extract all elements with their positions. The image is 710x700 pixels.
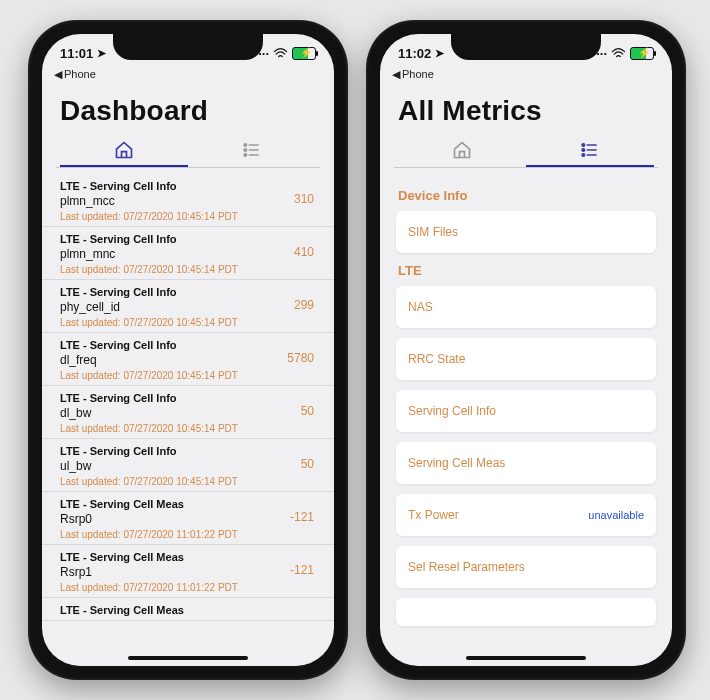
screen-dashboard: 11:01 ➤ ··· ⚡ ◀Phone Dashboard (42, 34, 334, 666)
row-value: 50 (301, 404, 314, 418)
list-item[interactable]: LTE - Serving Cell Info dl_freq Last upd… (42, 333, 334, 386)
metrics-card-serving-cell-info[interactable]: Serving Cell Info (396, 390, 656, 432)
breadcrumb[interactable]: ◀Phone (380, 68, 672, 83)
row-name: dl_bw (60, 406, 316, 420)
tab-bar (42, 133, 334, 167)
card-label: RRC State (408, 352, 465, 366)
breadcrumb-label: Phone (402, 68, 434, 80)
svg-point-6 (582, 144, 585, 147)
card-label: SIM Files (408, 225, 458, 239)
row-updated: Last updated: 07/27/2020 10:45:14 PDT (60, 370, 316, 381)
row-updated: Last updated: 07/27/2020 10:45:14 PDT (60, 264, 316, 275)
wifi-icon (273, 48, 288, 59)
status-time: 11:01 (60, 46, 93, 61)
location-arrow-icon: ➤ (97, 47, 106, 60)
location-arrow-icon: ➤ (435, 47, 444, 60)
list-item[interactable]: LTE - Serving Cell Info plmn_mcc Last up… (42, 174, 334, 227)
metrics-card-rrc-state[interactable]: RRC State (396, 338, 656, 380)
card-label: Serving Cell Info (408, 404, 496, 418)
tab-list[interactable] (526, 133, 654, 167)
row-category: LTE - Serving Cell Info (60, 233, 316, 245)
row-name: Rsrp0 (60, 512, 316, 526)
breadcrumb[interactable]: ◀Phone (42, 68, 334, 83)
home-indicator[interactable] (466, 656, 586, 660)
row-category: LTE - Serving Cell Info (60, 339, 316, 351)
phone-all-metrics: 11:02 ➤ ··· ⚡ ◀Phone All Metrics (366, 20, 686, 680)
status-time: 11:02 (398, 46, 431, 61)
row-value: 299 (294, 298, 314, 312)
phone-dashboard: 11:01 ➤ ··· ⚡ ◀Phone Dashboard (28, 20, 348, 680)
row-updated: Last updated: 07/27/2020 11:01:22 PDT (60, 529, 316, 540)
notch (113, 34, 263, 60)
list-item[interactable]: LTE - Serving Cell Info phy_cell_id Last… (42, 280, 334, 333)
notch (451, 34, 601, 60)
row-category: LTE - Serving Cell Meas (60, 498, 316, 510)
chevron-left-icon: ◀ (54, 68, 62, 80)
row-value: 310 (294, 192, 314, 206)
chevron-left-icon: ◀ (392, 68, 400, 80)
row-name: plmn_mnc (60, 247, 316, 261)
row-name: ul_bw (60, 459, 316, 473)
row-value: 5780 (287, 351, 314, 365)
row-name: phy_cell_id (60, 300, 316, 314)
tab-home[interactable] (60, 133, 188, 167)
row-category: LTE - Serving Cell Info (60, 445, 316, 457)
card-label: NAS (408, 300, 433, 314)
metrics-card-next[interactable] (396, 598, 656, 626)
home-indicator[interactable] (128, 656, 248, 660)
card-label: Tx Power (408, 508, 459, 522)
metrics-card-serving-cell-meas[interactable]: Serving Cell Meas (396, 442, 656, 484)
row-category: LTE - Serving Cell Info (60, 180, 316, 192)
screen-all-metrics: 11:02 ➤ ··· ⚡ ◀Phone All Metrics (380, 34, 672, 666)
list-item[interactable]: LTE - Serving Cell Info ul_bw Last updat… (42, 439, 334, 492)
row-value: 410 (294, 245, 314, 259)
row-category: LTE - Serving Cell Info (60, 286, 316, 298)
row-updated: Last updated: 07/27/2020 10:45:14 PDT (60, 211, 316, 222)
tab-home[interactable] (398, 133, 526, 167)
list-item[interactable]: LTE - Serving Cell Meas Rsrp1 Last updat… (42, 545, 334, 598)
card-label: Sel Resel Parameters (408, 560, 525, 574)
metrics-list[interactable]: Device Info SIM Files LTE NAS RRC State … (380, 168, 672, 626)
row-updated: Last updated: 07/27/2020 10:45:14 PDT (60, 476, 316, 487)
row-name: dl_freq (60, 353, 316, 367)
tab-bar (380, 133, 672, 167)
svg-point-8 (582, 149, 585, 152)
svg-point-2 (244, 149, 247, 152)
svg-point-0 (244, 144, 247, 147)
section-header-lte: LTE (398, 263, 654, 278)
row-updated: Last updated: 07/27/2020 11:01:22 PDT (60, 582, 316, 593)
metrics-card-sel-resel[interactable]: Sel Resel Parameters (396, 546, 656, 588)
metrics-card-sim-files[interactable]: SIM Files (396, 211, 656, 253)
row-updated: Last updated: 07/27/2020 10:45:14 PDT (60, 423, 316, 434)
battery-icon: ⚡ (630, 47, 654, 60)
metrics-card-nas[interactable]: NAS (396, 286, 656, 328)
list-item[interactable]: LTE - Serving Cell Meas Rsrp0 Last updat… (42, 492, 334, 545)
card-status: unavailable (588, 509, 644, 521)
row-category: LTE - Serving Cell Meas (60, 604, 316, 616)
row-updated: Last updated: 07/27/2020 10:45:14 PDT (60, 317, 316, 328)
row-category: LTE - Serving Cell Meas (60, 551, 316, 563)
page-title: All Metrics (380, 83, 672, 133)
dashboard-list[interactable]: LTE - Serving Cell Info plmn_mcc Last up… (42, 168, 334, 621)
row-name: Rsrp1 (60, 565, 316, 579)
list-item[interactable]: LTE - Serving Cell Meas (42, 598, 334, 621)
svg-point-10 (582, 154, 585, 157)
row-value: 50 (301, 457, 314, 471)
section-header-device-info: Device Info (398, 188, 654, 203)
row-name: plmn_mcc (60, 194, 316, 208)
metrics-card-tx-power[interactable]: Tx Power unavailable (396, 494, 656, 536)
battery-icon: ⚡ (292, 47, 316, 60)
breadcrumb-label: Phone (64, 68, 96, 80)
card-label: Serving Cell Meas (408, 456, 505, 470)
row-category: LTE - Serving Cell Info (60, 392, 316, 404)
page-title: Dashboard (42, 83, 334, 133)
list-item[interactable]: LTE - Serving Cell Info plmn_mnc Last up… (42, 227, 334, 280)
svg-point-4 (244, 154, 247, 157)
row-value: -121 (290, 510, 314, 524)
wifi-icon (611, 48, 626, 59)
row-value: -121 (290, 563, 314, 577)
list-item[interactable]: LTE - Serving Cell Info dl_bw Last updat… (42, 386, 334, 439)
tab-list[interactable] (188, 133, 316, 167)
